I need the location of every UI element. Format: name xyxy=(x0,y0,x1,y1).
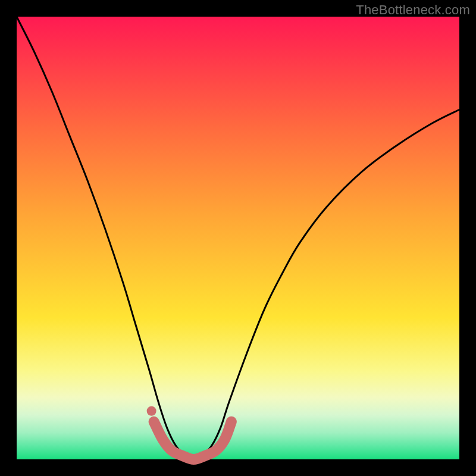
plot-area xyxy=(17,17,459,459)
bottleneck-curve-path xyxy=(17,17,459,459)
curve-line xyxy=(17,17,459,459)
chart-frame: TheBottleneck.com xyxy=(0,0,476,476)
watermark-text: TheBottleneck.com xyxy=(356,2,470,18)
highlight-dot-icon xyxy=(147,406,156,416)
bottleneck-chart-svg xyxy=(17,17,459,459)
